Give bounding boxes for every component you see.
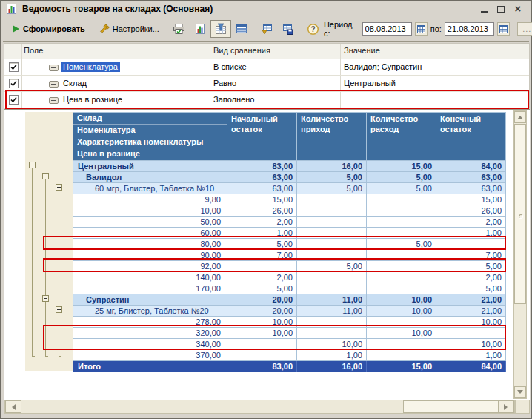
report-cell-value[interactable]: 11,00 <box>297 306 367 317</box>
report-cell-value[interactable] <box>367 339 436 350</box>
report-row-label[interactable]: Супрастин <box>73 294 227 306</box>
report-cell-value[interactable]: 63,00 <box>227 183 297 194</box>
collapse-group-button[interactable] <box>56 306 62 313</box>
report-cell-value[interactable] <box>367 350 436 361</box>
report-cell-value[interactable] <box>367 228 436 239</box>
report-cell-value[interactable] <box>367 217 436 228</box>
minimize-button[interactable] <box>479 4 489 14</box>
report-cell-value[interactable]: 5,00 <box>367 239 436 250</box>
report-cell-value[interactable]: 5,00 <box>367 172 436 183</box>
report-row-label[interactable]: 170,00 <box>73 283 227 294</box>
scroll-right-button[interactable] <box>498 400 514 413</box>
report-cell-value[interactable] <box>367 283 436 294</box>
report-row-label[interactable]: Итого <box>73 361 227 372</box>
report-cell-value[interactable]: 10,00 <box>367 328 436 339</box>
help-button[interactable]: ? <box>302 20 324 38</box>
report-cell-value[interactable]: 21,00 <box>436 306 506 317</box>
report-cell-value[interactable]: 2,00 <box>436 217 506 228</box>
report-cell-value[interactable]: 63,00 <box>227 172 297 183</box>
report-cell-value[interactable]: 10,00 <box>367 306 436 317</box>
report-column-header[interactable]: Количество приход <box>297 113 367 161</box>
scroll-left-button[interactable] <box>5 400 21 413</box>
report-cell-value[interactable]: 10,00 <box>436 339 506 350</box>
report-cell-value[interactable] <box>227 261 297 272</box>
report-cell-value[interactable] <box>297 205 367 217</box>
report-column-header[interactable]: Начальный остаток <box>227 113 297 161</box>
report-cell-value[interactable] <box>367 261 436 272</box>
report-cell-value[interactable]: 10,00 <box>367 294 436 306</box>
report-cell-value[interactable]: 15,00 <box>227 194 297 205</box>
report-cell-value[interactable]: 20,00 <box>227 294 297 306</box>
report-row-label[interactable]: 10,00 <box>73 205 227 217</box>
save-settings-button[interactable] <box>277 20 298 38</box>
report-chart-button[interactable] <box>190 20 210 38</box>
period-from-input[interactable]: 08.08.2013 <box>362 22 412 36</box>
report-cell-value[interactable] <box>367 317 436 328</box>
settings-button[interactable]: Настройки... <box>94 20 164 38</box>
report-row-label[interactable]: 340,00 <box>73 339 227 350</box>
report-cell-value[interactable] <box>367 194 436 205</box>
report-row-label[interactable]: 60,00 <box>73 228 227 239</box>
collapse-group-button[interactable] <box>56 184 62 191</box>
report-cell-value[interactable]: 83,00 <box>227 161 297 172</box>
filter-row-checkbox[interactable] <box>9 62 19 72</box>
report-cell-value[interactable]: 5,00 <box>436 261 506 272</box>
report-row-label[interactable]: 370,00 <box>73 350 227 361</box>
report-cell-value[interactable]: 10,00 <box>297 339 367 350</box>
report-cell-value[interactable]: 5,00 <box>227 239 297 250</box>
report-cell-value[interactable] <box>227 350 297 361</box>
report-cell-value[interactable]: 5,00 <box>436 283 506 294</box>
report-row-label[interactable]: 60 мгр, Блистер, Таблетка №10 <box>73 183 227 194</box>
report-cell-value[interactable]: 63,00 <box>436 183 506 194</box>
report-row-label[interactable]: 140,00 <box>73 272 227 283</box>
horizontal-scroll-thumb[interactable] <box>403 400 499 413</box>
filter-row[interactable]: Номенклатура В списке Валидол; Супрастин <box>4 59 529 76</box>
report-cell-value[interactable] <box>297 217 367 228</box>
report-cell-value[interactable] <box>436 239 506 250</box>
filter-comparison-value[interactable]: Заполнено <box>213 95 254 104</box>
horizontal-scrollbar[interactable] <box>4 400 515 414</box>
report-cell-value[interactable]: 5,00 <box>297 183 367 194</box>
report-cell-value[interactable]: 21,00 <box>436 294 506 306</box>
report-row-label[interactable]: Валидол <box>73 172 227 183</box>
report-cell-value[interactable]: 1,00 <box>436 228 506 239</box>
vertical-scrollbar[interactable] <box>513 110 527 399</box>
report-cell-value[interactable]: 5,00 <box>297 172 367 183</box>
filter-comparison-value[interactable]: Равно <box>213 79 236 88</box>
filter-value[interactable]: Валидол; Супрастин <box>344 62 422 71</box>
report-cell-value[interactable]: 1,00 <box>227 228 297 239</box>
calendar-picker-button[interactable] <box>497 22 510 36</box>
report-cell-value[interactable] <box>297 228 367 239</box>
filter-field-name[interactable]: Цена в рознице <box>61 94 124 105</box>
report-cell-value[interactable] <box>367 272 436 283</box>
report-cell-value[interactable]: 5,00 <box>227 283 297 294</box>
report-cell-value[interactable]: 11,00 <box>297 294 367 306</box>
report-row-label[interactable]: 50,00 <box>73 217 227 228</box>
report-cell-value[interactable]: 83,00 <box>227 361 297 372</box>
report-cell-value[interactable]: 15,00 <box>367 361 436 372</box>
scroll-down-button[interactable] <box>514 386 526 398</box>
report-cell-value[interactable]: 2,00 <box>436 272 506 283</box>
filter-field-name[interactable]: Склад <box>61 78 89 88</box>
report-cell-value[interactable]: 15,00 <box>367 161 436 172</box>
report-cell-value[interactable]: 63,00 <box>436 172 506 183</box>
report-cell-value[interactable]: 7,00 <box>436 250 506 261</box>
report-row-label[interactable]: 25 мг, Блистер, Таблетка №20 <box>73 306 227 317</box>
report-column-header[interactable]: Конечный остаток <box>436 113 506 161</box>
report-cell-value[interactable] <box>297 250 367 261</box>
filter-value[interactable]: Центральный <box>344 79 396 88</box>
report-cell-value[interactable] <box>227 339 297 350</box>
report-cell-value[interactable]: 16,00 <box>297 161 367 172</box>
filter-row-checkbox[interactable] <box>9 79 19 88</box>
filter-settings-button[interactable] <box>210 20 231 38</box>
print-button[interactable] <box>168 20 190 38</box>
report-header-rows[interactable]: СкладНоменклатураХарактеристика номенкла… <box>73 113 227 161</box>
report-cell-value[interactable]: 5,00 <box>297 261 367 272</box>
collapse-group-button[interactable] <box>42 173 49 179</box>
report-cell-value[interactable] <box>297 328 367 339</box>
report-cell-value[interactable]: 10,00 <box>227 317 297 328</box>
report-cell-value[interactable] <box>297 283 367 294</box>
filter-comparison-value[interactable]: В списке <box>213 62 247 71</box>
close-button[interactable]: × <box>513 4 523 14</box>
report-row-label[interactable]: 9,80 <box>73 194 227 205</box>
